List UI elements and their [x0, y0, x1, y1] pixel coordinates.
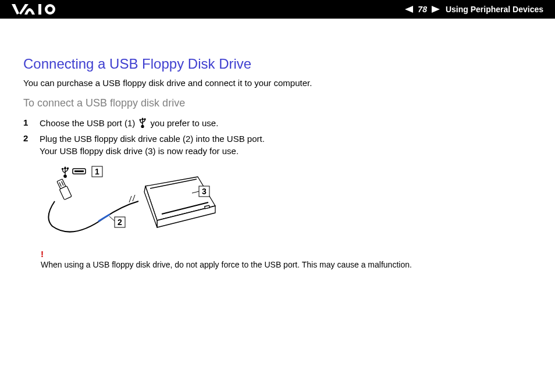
callout-3: 3: [202, 187, 207, 196]
callout-2: 2: [118, 218, 122, 227]
step-text: Choose the USB port (1): [40, 118, 137, 128]
usb-icon: [62, 166, 69, 177]
svg-rect-0: [38, 4, 41, 15]
vaio-logo: [12, 4, 64, 15]
svg-point-2: [48, 7, 53, 12]
svg-point-13: [62, 168, 63, 169]
usb-connector-icon: [56, 179, 72, 200]
intro-text: You can purchase a USB floppy disk drive…: [23, 78, 532, 88]
warning-icon: !: [23, 249, 532, 259]
section-title: Using Peripheral Devices: [446, 5, 543, 14]
subheading: To connect a USB floppy disk drive: [23, 97, 532, 109]
svg-rect-14: [67, 168, 69, 169]
svg-marker-12: [63, 166, 67, 169]
callout-1: 1: [95, 167, 99, 176]
next-page-button[interactable]: [431, 5, 441, 13]
prev-page-button[interactable]: [404, 5, 414, 13]
page-content: Connecting a USB Floppy Disk Drive You c…: [0, 19, 555, 269]
svg-marker-3: [405, 6, 413, 13]
svg-line-23: [109, 216, 115, 221]
svg-line-24: [129, 196, 131, 202]
step-1: 1 Choose the USB port (1) you prefer to …: [23, 117, 532, 131]
header-right: 78 Using Peripheral Devices: [403, 5, 543, 14]
step-2: 2 Plug the USB floppy disk drive cable (…: [23, 133, 532, 157]
page-number: 78: [418, 5, 427, 14]
step-body: Plug the USB floppy disk drive cable (2)…: [40, 133, 532, 157]
step-text: Your USB floppy disk drive (3) is now re…: [40, 146, 239, 156]
usb-icon: [138, 117, 147, 131]
step-number: 2: [23, 133, 40, 143]
page-title: Connecting a USB Floppy Disk Drive: [23, 56, 532, 72]
header-bar: 78 Using Peripheral Devices: [0, 0, 555, 19]
svg-marker-4: [432, 6, 440, 13]
step-number: 1: [23, 117, 40, 127]
svg-rect-9: [144, 119, 146, 120]
svg-marker-7: [141, 117, 144, 120]
step-text: Plug the USB floppy disk drive cable (2)…: [40, 134, 265, 144]
warning-text: When using a USB floppy disk drive, do n…: [23, 260, 532, 269]
usb-floppy-diagram: 1 2: [41, 165, 532, 243]
svg-line-25: [133, 195, 135, 201]
step-text: you prefer to use.: [148, 118, 218, 128]
svg-rect-30: [205, 205, 210, 209]
svg-rect-16: [74, 170, 84, 172]
usb-port-icon: [73, 169, 86, 174]
svg-point-8: [140, 119, 141, 121]
step-body: Choose the USB port (1) you prefer to us…: [40, 117, 532, 131]
steps-list: 1 Choose the USB port (1) you prefer to …: [23, 117, 532, 157]
floppy-drive-icon: [144, 177, 215, 227]
